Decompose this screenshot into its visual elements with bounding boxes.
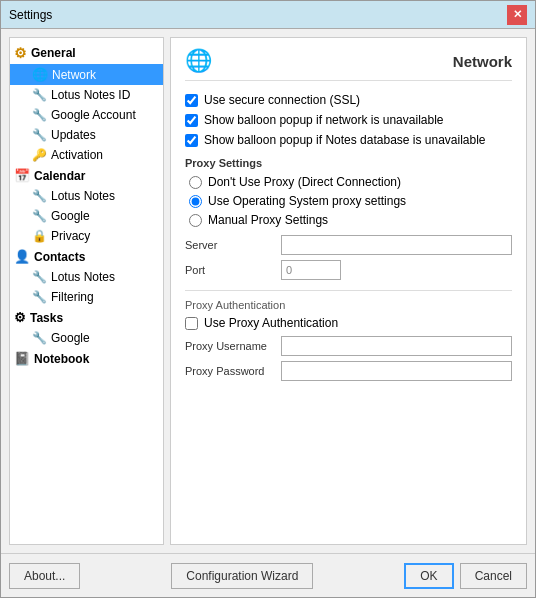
google-cal-icon: 🔧 — [32, 209, 47, 223]
proxy-username-row: Proxy Username — [185, 336, 512, 356]
balloon-notes-label: Show balloon popup if Notes database is … — [204, 133, 486, 147]
sidebar-item-lotus-notes-con[interactable]: 🔧 Lotus Notes — [10, 267, 163, 287]
proxy-auth-title: Proxy Authentication — [185, 299, 512, 311]
sidebar-label-google-cal: Google — [51, 209, 90, 223]
sidebar-label-google-tasks: Google — [51, 331, 90, 345]
server-input[interactable] — [281, 235, 512, 255]
server-row: Server — [185, 235, 512, 255]
sidebar-item-notebook[interactable]: 📓 Notebook — [10, 348, 163, 369]
google-account-icon: 🔧 — [32, 108, 47, 122]
sidebar-item-calendar[interactable]: 📅 Calendar — [10, 165, 163, 186]
activation-icon: 🔑 — [32, 148, 47, 162]
notes-cal-icon: 🔧 — [32, 189, 47, 203]
proxy-username-input[interactable] — [281, 336, 512, 356]
sidebar-label-tasks: Tasks — [30, 311, 63, 325]
updates-icon: 🔧 — [32, 128, 47, 142]
privacy-icon: 🔒 — [32, 229, 47, 243]
sidebar-label-google-account: Google Account — [51, 108, 136, 122]
os-proxy-label: Use Operating System proxy settings — [208, 194, 406, 208]
sidebar-item-google-account[interactable]: 🔧 Google Account — [10, 105, 163, 125]
proxy-password-row: Proxy Password — [185, 361, 512, 381]
notebook-icon: 📓 — [14, 351, 30, 366]
panel-icon: 🌐 — [185, 48, 212, 74]
proxy-radio-group: Don't Use Proxy (Direct Connection) Use … — [189, 175, 512, 227]
panel-header: 🌐 Network — [185, 48, 512, 81]
sidebar-item-activation[interactable]: 🔑 Activation — [10, 145, 163, 165]
use-proxy-auth-checkbox[interactable] — [185, 317, 198, 330]
title-bar: Settings ✕ — [1, 1, 535, 29]
close-button[interactable]: ✕ — [507, 5, 527, 25]
sidebar-label-lotus-notes-id: Lotus Notes ID — [51, 88, 130, 102]
proxy-password-input[interactable] — [281, 361, 512, 381]
configuration-wizard-button[interactable]: Configuration Wizard — [171, 563, 313, 589]
balloon-notes-checkbox[interactable] — [185, 134, 198, 147]
proxy-settings-label: Proxy Settings — [185, 157, 512, 169]
main-panel: 🌐 Network Use secure connection (SSL) Sh… — [170, 37, 527, 545]
ssl-checkbox[interactable] — [185, 94, 198, 107]
filtering-icon: 🔧 — [32, 290, 47, 304]
ssl-row: Use secure connection (SSL) — [185, 93, 512, 107]
sidebar-item-lotus-notes-cal[interactable]: 🔧 Lotus Notes — [10, 186, 163, 206]
sidebar-label-lotus-notes-cal: Lotus Notes — [51, 189, 115, 203]
sidebar-label-privacy: Privacy — [51, 229, 90, 243]
google-tasks-icon: 🔧 — [32, 331, 47, 345]
content-area: ⚙ General 🌐 Network 🔧 Lotus Notes ID 🔧 G… — [1, 29, 535, 553]
port-input[interactable] — [281, 260, 341, 280]
sidebar-item-contacts[interactable]: 👤 Contacts — [10, 246, 163, 267]
sidebar-label-calendar: Calendar — [34, 169, 85, 183]
cancel-button[interactable]: Cancel — [460, 563, 527, 589]
balloon-network-label: Show balloon popup if network is unavail… — [204, 113, 444, 127]
port-label: Port — [185, 264, 275, 276]
manual-proxy-label: Manual Proxy Settings — [208, 213, 328, 227]
sidebar-label-lotus-notes-con: Lotus Notes — [51, 270, 115, 284]
sidebar-item-filtering[interactable]: 🔧 Filtering — [10, 287, 163, 307]
port-row: Port — [185, 260, 512, 280]
no-proxy-label: Don't Use Proxy (Direct Connection) — [208, 175, 401, 189]
footer-right-buttons: OK Cancel — [404, 563, 527, 589]
sidebar-item-lotus-notes-id[interactable]: 🔧 Lotus Notes ID — [10, 85, 163, 105]
calendar-icon: 📅 — [14, 168, 30, 183]
sidebar-item-google-tasks[interactable]: 🔧 Google — [10, 328, 163, 348]
window-title: Settings — [9, 8, 52, 22]
notes-con-icon: 🔧 — [32, 270, 47, 284]
sidebar-item-updates[interactable]: 🔧 Updates — [10, 125, 163, 145]
sidebar-item-tasks[interactable]: ⚙ Tasks — [10, 307, 163, 328]
contacts-icon: 👤 — [14, 249, 30, 264]
sidebar-label-notebook: Notebook — [34, 352, 89, 366]
gear-icon: ⚙ — [14, 45, 27, 61]
proxy-username-label: Proxy Username — [185, 340, 275, 352]
balloon-network-row: Show balloon popup if network is unavail… — [185, 113, 512, 127]
ok-button[interactable]: OK — [404, 563, 453, 589]
proxy-password-label: Proxy Password — [185, 365, 275, 377]
use-proxy-auth-label: Use Proxy Authentication — [204, 316, 338, 330]
balloon-network-checkbox[interactable] — [185, 114, 198, 127]
sidebar-item-privacy[interactable]: 🔒 Privacy — [10, 226, 163, 246]
server-label: Server — [185, 239, 275, 251]
use-proxy-auth-row: Use Proxy Authentication — [185, 316, 512, 330]
footer: About... Configuration Wizard OK Cancel — [1, 553, 535, 597]
sidebar-label-updates: Updates — [51, 128, 96, 142]
settings-window: Settings ✕ ⚙ General 🌐 Network 🔧 Lotus N… — [0, 0, 536, 598]
balloon-notes-row: Show balloon popup if Notes database is … — [185, 133, 512, 147]
sidebar-label-general: General — [31, 46, 76, 60]
sidebar-label-contacts: Contacts — [34, 250, 85, 264]
sidebar-label-activation: Activation — [51, 148, 103, 162]
panel-title: Network — [453, 53, 512, 70]
proxy-auth-section: Proxy Authentication Use Proxy Authentic… — [185, 290, 512, 381]
about-button[interactable]: About... — [9, 563, 80, 589]
tasks-icon: ⚙ — [14, 310, 26, 325]
no-proxy-radio[interactable] — [189, 176, 202, 189]
manual-proxy-row: Manual Proxy Settings — [189, 213, 512, 227]
ssl-label: Use secure connection (SSL) — [204, 93, 360, 107]
os-proxy-row: Use Operating System proxy settings — [189, 194, 512, 208]
sidebar-item-general[interactable]: ⚙ General — [10, 42, 163, 64]
os-proxy-radio[interactable] — [189, 195, 202, 208]
sidebar-label-filtering: Filtering — [51, 290, 94, 304]
network-icon: 🌐 — [32, 67, 48, 82]
notes-id-icon: 🔧 — [32, 88, 47, 102]
sidebar-item-network[interactable]: 🌐 Network — [10, 64, 163, 85]
sidebar-item-google-cal[interactable]: 🔧 Google — [10, 206, 163, 226]
no-proxy-row: Don't Use Proxy (Direct Connection) — [189, 175, 512, 189]
manual-proxy-radio[interactable] — [189, 214, 202, 227]
sidebar: ⚙ General 🌐 Network 🔧 Lotus Notes ID 🔧 G… — [9, 37, 164, 545]
